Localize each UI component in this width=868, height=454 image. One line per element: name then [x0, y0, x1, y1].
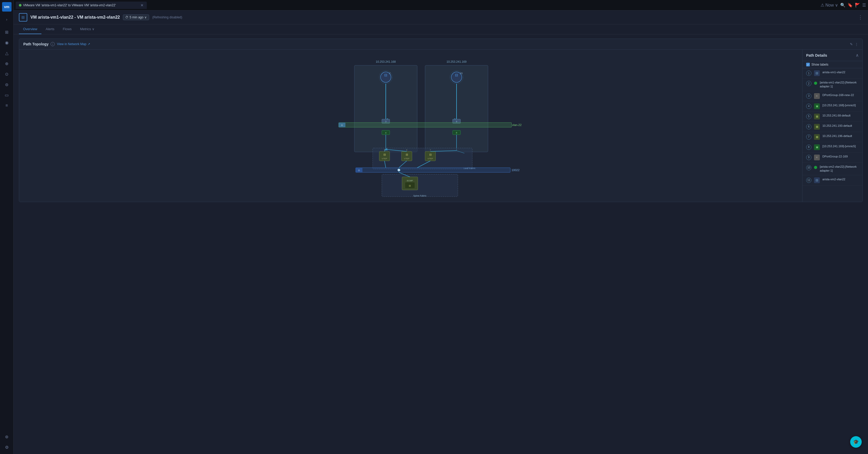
adapter-dot-icon: [814, 82, 817, 85]
sidebar: vm › ⊞ ◉ △ ⊕ ⊙ ⊜ ▭ ≡ ⊛ ⚙: [0, 0, 13, 454]
path-item[interactable]: 1 ⊟ arista-vm1-vlan22: [803, 68, 863, 79]
help-button[interactable]: 🎓: [850, 436, 862, 448]
svg-text:2: 2: [389, 72, 391, 75]
menu-button[interactable]: ☰: [862, 3, 866, 8]
vm-icon: ⊟: [814, 70, 820, 76]
now-button[interactable]: ⚠ Now ∨: [820, 3, 838, 8]
report-icon[interactable]: ≡: [2, 101, 11, 110]
nav-tabs: Overview Alerts Flows Metrics ∨: [13, 24, 868, 34]
svg-text:6: 6: [406, 149, 407, 151]
path-item[interactable]: 3 ≡ DPortGroup-168-new-22: [803, 91, 863, 101]
admin-icon[interactable]: ⊛: [2, 432, 11, 442]
view-network-map-link[interactable]: View in Network Map ↗: [57, 42, 90, 46]
svg-text:⊟: ⊟: [383, 153, 386, 156]
path-item[interactable]: 7 ▦ 10.253.241.196-default: [803, 132, 863, 142]
path-item-number: 3: [806, 93, 811, 99]
vm-icon: ⊟: [814, 177, 820, 183]
tab-close-button[interactable]: ✕: [141, 3, 144, 7]
svg-text:⊟: ⊟: [406, 153, 408, 156]
path-item-number: 4: [806, 104, 811, 109]
globe-icon[interactable]: ⊕: [2, 59, 11, 68]
external-link-icon: ↗: [88, 42, 90, 46]
svg-text:10022: 10022: [512, 168, 520, 172]
path-item[interactable]: 8 ▣ [10.253.241.169]-[vmnic5]: [803, 142, 863, 152]
tab-flows[interactable]: Flows: [58, 24, 76, 34]
bookmark-button[interactable]: 🔖: [847, 3, 853, 8]
graduation-cap-icon: 🎓: [853, 439, 859, 445]
browser-tab[interactable]: VMware VM 'arista-vm1-vlan22' to VMware …: [16, 2, 147, 9]
users-icon[interactable]: ⊙: [2, 69, 11, 79]
path-details-panel: Path Details ∧ ✓ Show labels 1 ⊟ arista-…: [802, 50, 863, 202]
svg-rect-19: [339, 122, 512, 127]
time-ago: 5 min ago: [129, 16, 143, 19]
path-details-header: Path Details ∧: [803, 50, 863, 61]
tab-alerts[interactable]: Alerts: [41, 24, 58, 34]
topology-canvas[interactable]: 10.253.241.168 ⊟ 2 10.253.241.169 ⊟: [19, 50, 802, 202]
path-item-number: 11: [806, 178, 811, 183]
dport-icon: ≡: [814, 93, 820, 99]
path-item-number: 2: [806, 81, 811, 86]
svg-text:Spine Fabric: Spine Fabric: [413, 195, 427, 197]
search-button[interactable]: 🔍: [840, 3, 845, 8]
flag-button[interactable]: 🚩: [855, 3, 860, 8]
svg-rect-52: [382, 174, 458, 197]
header-actions: ⋮: [858, 15, 863, 20]
chevron-down-icon: ∨: [145, 16, 147, 19]
path-item[interactable]: 5 ▦ 10.253.241.68-default: [803, 112, 863, 122]
svg-text:⊙: ⊙: [341, 124, 343, 126]
path-details-title: Path Details: [806, 53, 827, 57]
svg-text:VTEP: VTEP: [428, 158, 433, 160]
show-labels-label: Show labels: [811, 63, 829, 66]
path-item-number: 5: [806, 114, 811, 119]
path-item[interactable]: 6 ▦ 10.253.241.193-default: [803, 122, 863, 132]
more-options-icon[interactable]: ⋮: [855, 42, 858, 46]
monitor-icon[interactable]: ◉: [2, 38, 11, 47]
svg-text:VTEP: VTEP: [404, 158, 410, 160]
path-item-number: 9: [806, 155, 811, 160]
edit-icon[interactable]: ✎: [850, 42, 853, 46]
subnet-icon: ▦: [814, 134, 820, 140]
path-item-number: 7: [806, 134, 811, 140]
page-icon: ⊟: [19, 13, 27, 22]
path-item[interactable]: 2 [arista-vm1-vlan22]-[Network adapter 1…: [803, 79, 863, 91]
computer-icon[interactable]: ▭: [2, 90, 11, 100]
tab-title: VMware VM 'arista-vm1-vlan22' to VMware …: [23, 3, 116, 7]
svg-text:10.253.241.169: 10.253.241.169: [446, 60, 466, 63]
path-item-label: 10.253.241.193-default: [823, 124, 852, 128]
tab-overview[interactable]: Overview: [19, 24, 41, 34]
dashboard-icon[interactable]: ⊞: [2, 27, 11, 37]
time-badge[interactable]: ⏱ 5 min ago ∨: [123, 15, 149, 20]
path-item[interactable]: 10 [arista-vm2-vlan22]-[Network adapter …: [803, 163, 863, 175]
path-item-label: DPortGroup-168-new-22: [823, 93, 854, 97]
path-item[interactable]: 11 ⊟ arista-vm2-vlan22: [803, 175, 863, 186]
path-item-number: 1: [806, 70, 811, 76]
path-item[interactable]: 9 ≡ DPortGroup-22-169: [803, 152, 863, 163]
path-item-label: 10.253.241.196-default: [823, 134, 852, 138]
path-item[interactable]: 4 ▣ [10.253.241.168]-[vmnic0]: [803, 101, 863, 112]
alert-icon[interactable]: △: [2, 48, 11, 58]
network-diagram: 10.253.241.168 ⊟ 2 10.253.241.169 ⊟: [19, 50, 802, 202]
settings-icon[interactable]: ⚙: [2, 443, 11, 452]
svg-text:4: 4: [385, 132, 386, 134]
path-item-label: DPortGroup-22-169: [823, 154, 848, 159]
topology-panel: Path Topology i View in Network Map ↗ ✎ …: [19, 38, 863, 202]
svg-text:⊟: ⊟: [384, 73, 388, 77]
show-labels-checkbox[interactable]: ✓: [806, 63, 810, 66]
svg-text:10.253.241.168: 10.253.241.168: [376, 60, 396, 63]
tab-metrics[interactable]: Metrics ∨: [76, 24, 99, 34]
expand-icon[interactable]: ›: [2, 15, 11, 24]
path-item-label: 10.253.241.68-default: [823, 114, 850, 118]
more-options-button[interactable]: ⋮: [858, 15, 863, 20]
vmnic-icon: ▣: [814, 144, 820, 150]
dport-icon: ≡: [814, 154, 820, 160]
topology-header: Path Topology i View in Network Map ↗ ✎ …: [19, 39, 863, 50]
svg-text:10: 10: [460, 72, 463, 75]
app-logo[interactable]: vm: [2, 2, 11, 11]
svg-rect-47: [355, 168, 510, 172]
path-item-number: 8: [806, 145, 811, 150]
network-icon[interactable]: ⊜: [2, 80, 11, 89]
topology-info-icon[interactable]: i: [51, 42, 55, 46]
collapse-icon[interactable]: ∧: [856, 53, 859, 58]
page-title: VM arista-vm1-vlan22 - VM arista-vm2-vla…: [30, 15, 120, 20]
svg-text:⊟: ⊟: [409, 185, 411, 187]
